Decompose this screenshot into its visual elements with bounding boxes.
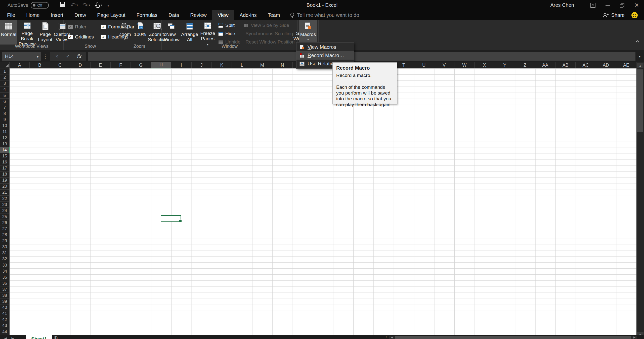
row-header[interactable]: 4 — [0, 87, 10, 93]
row-header[interactable]: 18 — [0, 172, 10, 178]
row-header[interactable]: 13 — [0, 141, 10, 147]
previous-sheet-arrow-icon[interactable]: ◀ — [4, 336, 7, 339]
row-header[interactable]: 27 — [0, 226, 10, 232]
row-header[interactable]: 33 — [0, 262, 10, 268]
minimize-button[interactable] — [600, 0, 615, 10]
column-header[interactable]: C — [50, 62, 70, 68]
column-header[interactable]: U — [414, 62, 434, 68]
synchronous-scrolling-button[interactable]: Synchronous Scrolling — [243, 30, 291, 37]
column-header[interactable]: B — [30, 62, 50, 68]
tab-scrollbar-splitter[interactable]: ⋮ — [384, 335, 388, 339]
split-button[interactable]: Split — [218, 22, 240, 29]
column-header[interactable]: K — [212, 62, 232, 68]
row-header[interactable]: 42 — [0, 317, 10, 323]
zoom-button[interactable]: Zoom — [117, 20, 133, 45]
column-header[interactable]: E — [91, 62, 111, 68]
column-header[interactable]: G — [131, 62, 151, 68]
scroll-up-arrow-icon[interactable]: ▲ — [637, 63, 643, 68]
close-button[interactable]: ✕ — [629, 0, 644, 10]
selected-cell-H14[interactable] — [161, 215, 181, 222]
column-header[interactable]: AC — [576, 62, 596, 68]
row-header[interactable]: 24 — [0, 208, 10, 214]
row-header[interactable]: 44 — [0, 329, 10, 335]
show-checkbox[interactable]: ✓ Ruler — [68, 24, 94, 30]
arrange-all-button[interactable]: Arrange All — [180, 20, 199, 45]
column-header[interactable]: D — [70, 62, 90, 68]
column-header[interactable]: I — [171, 62, 191, 68]
row-header[interactable]: 3 — [0, 80, 10, 87]
vertical-scrollbar-thumb[interactable] — [637, 69, 643, 132]
show-checkbox[interactable]: ✓ Gridlines — [68, 34, 94, 40]
ribbon-tab[interactable]: Formulas — [131, 10, 163, 20]
touch-mouse-mode-button[interactable]: ▾ — [95, 2, 102, 8]
column-header[interactable]: L — [232, 62, 252, 68]
row-header[interactable]: 29 — [0, 238, 10, 244]
ribbon-tab[interactable]: Home — [21, 10, 45, 20]
customize-qat-button[interactable]: ▾ — [107, 3, 110, 8]
select-all-button[interactable] — [0, 62, 10, 68]
row-header[interactable]: 5 — [0, 93, 10, 99]
row-header[interactable]: 19 — [0, 178, 10, 184]
row-header[interactable]: 31 — [0, 250, 10, 256]
save-icon[interactable] — [59, 2, 66, 9]
ribbon-tab[interactable]: Team — [262, 10, 286, 20]
horizontal-scrollbar-thumb[interactable] — [395, 336, 631, 339]
next-sheet-arrow-icon[interactable]: ▶ — [12, 336, 15, 339]
worksheet-grid[interactable] — [10, 68, 636, 335]
fill-handle[interactable] — [179, 220, 182, 222]
row-header[interactable]: 41 — [0, 311, 10, 317]
ribbon-display-options-button[interactable] — [586, 0, 600, 10]
ribbon-tab[interactable]: Insert — [45, 10, 69, 20]
column-header[interactable]: J — [192, 62, 212, 68]
vertical-scrollbar[interactable]: ▲ ▼ — [636, 62, 644, 339]
row-header[interactable]: 1 — [0, 68, 10, 74]
row-header[interactable]: 16 — [0, 159, 10, 165]
feedback-smiley-icon[interactable] — [631, 12, 638, 19]
row-header[interactable]: 30 — [0, 244, 10, 250]
row-header[interactable]: 32 — [0, 256, 10, 262]
ribbon-tab[interactable]: Page Layout — [92, 10, 131, 20]
normal-view-button[interactable]: Normal — [0, 20, 17, 45]
column-header[interactable]: M — [252, 62, 272, 68]
row-header[interactable]: 25 — [0, 214, 10, 220]
share-button[interactable]: Share — [602, 12, 625, 18]
row-header[interactable]: 36 — [0, 280, 10, 286]
column-header[interactable]: Z — [515, 62, 535, 68]
macros-button[interactable]: Macros ▾ — [299, 20, 317, 45]
autosave-control[interactable]: AutoSave Off — [8, 2, 49, 9]
menu-item-record-macro[interactable]: Record Macro… — [296, 51, 354, 60]
page-break-preview-button[interactable]: Page Break Preview — [17, 20, 37, 45]
column-header[interactable]: A — [10, 62, 30, 68]
column-header[interactable]: X — [475, 62, 495, 68]
undo-button[interactable]: ↶▾ — [70, 3, 78, 8]
row-header[interactable]: 12 — [0, 135, 10, 141]
row-header[interactable]: 17 — [0, 165, 10, 172]
sheet-tab-active[interactable]: Sheet1 — [26, 335, 52, 339]
column-header[interactable]: AD — [596, 62, 616, 68]
freeze-panes-button[interactable]: Freeze Panes ▾ — [199, 20, 217, 45]
row-header[interactable]: 23 — [0, 202, 10, 208]
row-header[interactable]: 28 — [0, 232, 10, 238]
column-header[interactable]: AE — [616, 62, 636, 68]
new-window-button[interactable]: New Window — [162, 20, 180, 45]
name-box[interactable]: H14 ▾ — [2, 52, 41, 61]
scroll-left-arrow-icon[interactable]: ◀ — [389, 336, 395, 339]
ribbon-tab[interactable]: Draw — [69, 10, 92, 20]
row-header[interactable]: 11 — [0, 129, 10, 135]
row-header[interactable]: 9 — [0, 117, 10, 123]
tell-me-box[interactable]: Tell me what you want to do — [290, 10, 359, 20]
redo-button[interactable]: ↷▾ — [82, 3, 90, 8]
row-header[interactable]: 20 — [0, 184, 10, 190]
row-header[interactable]: 22 — [0, 196, 10, 202]
column-header[interactable]: AA — [535, 62, 555, 68]
row-header[interactable]: 21 — [0, 190, 10, 196]
column-header[interactable]: AB — [555, 62, 576, 68]
zoom-100-button[interactable]: 100 100% — [133, 20, 148, 45]
enter-button[interactable]: ✓ — [62, 53, 73, 59]
page-layout-button[interactable]: Page Layout — [37, 20, 53, 45]
formula-input[interactable] — [88, 52, 635, 61]
row-header[interactable]: 14 — [0, 147, 10, 153]
row-header[interactable]: 15 — [0, 153, 10, 159]
view-side-by-side-button[interactable]: View Side by Side — [243, 22, 291, 29]
row-header[interactable]: 2 — [0, 74, 10, 80]
